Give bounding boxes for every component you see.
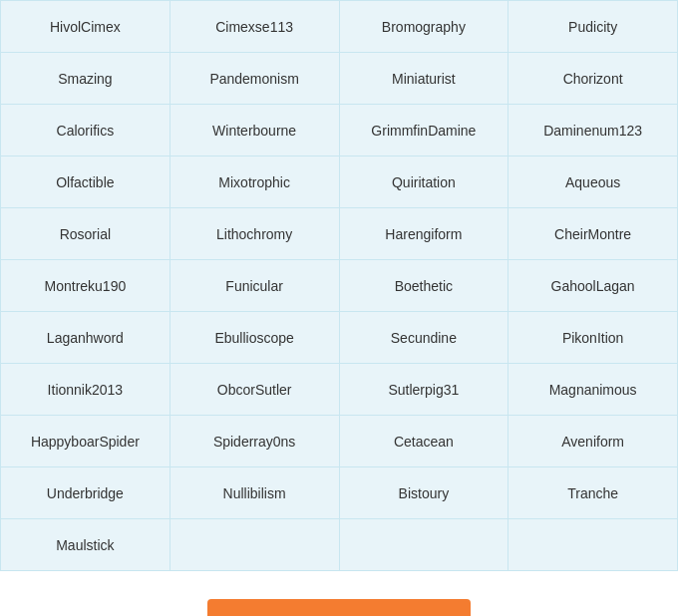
grid-cell: Spiderray0ns <box>170 416 340 467</box>
grid-cell: Cetacean <box>340 416 509 467</box>
grid-cell: Smazing <box>1 53 170 105</box>
grid-cell: Mixotrophic <box>170 156 340 208</box>
bottom-area: ↻ New PSN Name Generator <box>0 571 678 616</box>
generate-button[interactable]: ↻ New PSN Name Generator <box>207 599 471 616</box>
grid-cell: Winterbourne <box>170 105 340 156</box>
grid-cell: Chorizont <box>508 53 678 105</box>
grid-cell: Sutlerpig31 <box>340 364 509 416</box>
grid-cell: Nullibilism <box>170 467 340 519</box>
grid-cell: Maulstick <box>1 519 170 571</box>
grid-cell: Aqueous <box>508 156 678 208</box>
grid-cell: Cimexse113 <box>170 1 340 53</box>
grid-cell: ObcorSutler <box>170 364 340 416</box>
grid-cell: Calorifics <box>1 105 170 156</box>
grid-cell: Daminenum123 <box>508 105 678 156</box>
grid-cell: Harengiform <box>340 208 509 260</box>
grid-cell: Underbridge <box>1 467 170 519</box>
grid-cell: Itionnik2013 <box>1 364 170 416</box>
grid-cell: Tranche <box>508 467 678 519</box>
grid-cell: Lithochromy <box>170 208 340 260</box>
grid-cell-empty <box>340 519 509 571</box>
grid-cell: Quiritation <box>340 156 509 208</box>
grid-cell: Secundine <box>340 312 509 364</box>
grid-cell: Funicular <box>170 260 340 312</box>
grid-cell: HappyboarSpider <box>1 416 170 467</box>
grid-cell: Laganhword <box>1 312 170 364</box>
grid-cell: PikonItion <box>508 312 678 364</box>
grid-cell: Bromography <box>340 1 509 53</box>
grid-cell: Bistoury <box>340 467 509 519</box>
grid-container: HivolCimexCimexse113BromographyPudicityS… <box>0 0 678 571</box>
grid-cell: Olfactible <box>1 156 170 208</box>
grid-cell: Ebullioscope <box>170 312 340 364</box>
grid-cell: Boethetic <box>340 260 509 312</box>
grid-cell-empty <box>170 519 340 571</box>
grid-cell: Pandemonism <box>170 53 340 105</box>
grid-cell: HivolCimex <box>1 1 170 53</box>
grid-cell: Pudicity <box>508 1 678 53</box>
grid-cell: Rosorial <box>1 208 170 260</box>
grid-cell: GrimmfinDamine <box>340 105 509 156</box>
grid-cell: Montreku190 <box>1 260 170 312</box>
grid-cell: Miniaturist <box>340 53 509 105</box>
grid-cell: Magnanimous <box>508 364 678 416</box>
grid-cell: Aveniform <box>508 416 678 467</box>
grid-cell-empty <box>508 519 678 571</box>
grid-cell: GahoolLagan <box>508 260 678 312</box>
grid-cell: CheirMontre <box>508 208 678 260</box>
